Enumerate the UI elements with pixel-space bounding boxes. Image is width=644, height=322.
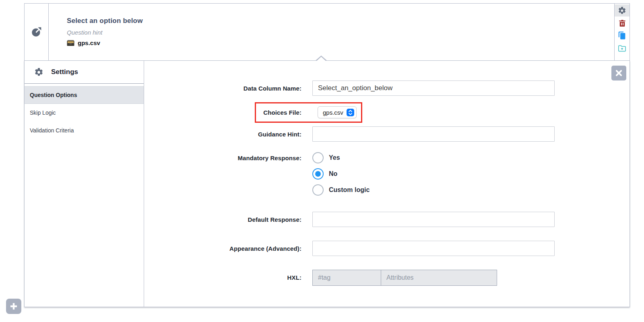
radio-option-custom-logic[interactable]: Custom logic [312,184,369,196]
default-response-input[interactable] [312,212,555,227]
radio-checked-icon [312,168,324,180]
choices-file-select[interactable]: gps.csv [318,106,357,118]
question-summary[interactable]: Select an option below Question hint gps… [49,4,614,60]
appearance-label: Appearance (Advanced): [144,241,301,252]
trash-icon [618,19,626,27]
card-file-box-icon [67,40,74,46]
default-response-label: Default Response: [144,212,301,223]
mandatory-response-row: Mandatory Response: Yes No Custom logic [144,152,630,200]
question-action-rail [614,4,630,60]
hxl-attributes-input[interactable] [381,270,497,286]
plus-icon [9,302,18,311]
question-card: Select an option below Question hint gps… [24,3,630,60]
settings-title: Settings [51,68,78,76]
hxl-row: HXL: [144,270,630,286]
add-question-button[interactable] [6,299,21,314]
close-icon [615,69,623,77]
radio-option-yes[interactable]: Yes [312,152,369,163]
question-type-cell [25,4,49,60]
choices-file-label: Choices File: [144,102,301,116]
question-title: Select an option below [67,17,614,25]
settings-panel: Settings Question Options Skip Logic Val… [24,60,630,307]
data-column-name-label: Data Column Name: [144,80,301,92]
mandatory-response-label: Mandatory Response: [144,152,301,161]
duplicate-icon [618,31,626,40]
guidance-hint-label: Guidance Hint: [144,126,301,138]
settings-header: Settings [25,61,144,84]
data-column-name-input[interactable] [312,80,555,96]
guidance-hint-input[interactable] [312,126,555,142]
radio-option-no[interactable]: No [312,168,369,180]
choices-file-value: gps.csv [323,109,343,116]
add-to-library-icon [618,44,626,52]
question-hint: Question hint [67,29,614,36]
choices-file-row: Choices File: gps.csv [144,102,630,123]
question-file-name: gps.csv [78,39,100,46]
guidance-hint-row: Guidance Hint: [144,126,630,142]
gear-icon [34,68,43,77]
settings-button[interactable] [615,4,630,17]
duplicate-button[interactable] [615,29,630,41]
appearance-input[interactable] [312,241,555,256]
settings-form: Data Column Name: Choices File: gps.csv [144,61,630,307]
select-one-icon [31,27,42,37]
default-response-row: Default Response: [144,212,630,227]
add-to-library-button[interactable] [615,42,630,54]
radio-icon [312,152,324,163]
tab-skip-logic[interactable]: Skip Logic [25,104,144,122]
settings-sidebar: Settings Question Options Skip Logic Val… [25,61,144,307]
hxl-tag-input[interactable] [312,270,381,286]
gear-icon [618,6,626,15]
tab-question-options[interactable]: Question Options [25,86,144,104]
hxl-label: HXL: [144,270,301,281]
appearance-row: Appearance (Advanced): [144,241,630,256]
select-stepper-icon [347,109,354,116]
tab-validation-criteria[interactable]: Validation Criteria [25,122,144,139]
delete-button[interactable] [615,17,630,29]
data-column-name-row: Data Column Name: [144,80,630,96]
close-settings-button[interactable] [611,66,626,80]
radio-icon [312,184,324,196]
